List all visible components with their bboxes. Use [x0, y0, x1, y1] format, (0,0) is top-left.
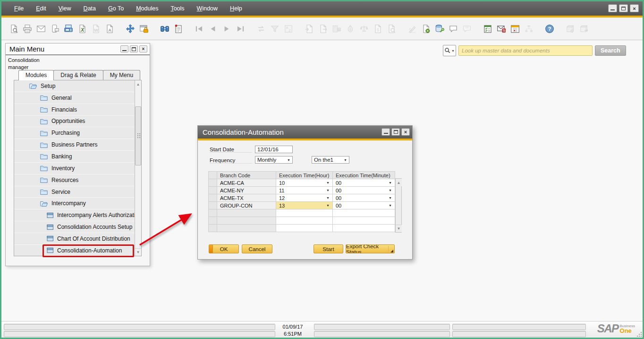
- branch-code-cell[interactable]: ACME-CA: [217, 179, 276, 187]
- execution-minute-cell[interactable]: [333, 217, 395, 225]
- resize-grip[interactable]: [637, 332, 642, 337]
- search-input[interactable]: [458, 45, 593, 56]
- system-tools-icon[interactable]: [434, 23, 445, 35]
- branch-code-cell[interactable]: ACME-TX: [217, 194, 276, 202]
- scroll-up-icon[interactable]: ▲: [135, 80, 141, 88]
- row-selector[interactable]: [209, 187, 217, 194]
- menu-tree-item-banking[interactable]: Banking: [14, 151, 141, 163]
- export-check-status-button[interactable]: Export Check Status: [346, 244, 395, 253]
- row-selector[interactable]: [209, 202, 217, 209]
- maximize-button[interactable]: [391, 128, 400, 136]
- execution-minute-cell[interactable]: 00▼: [333, 194, 395, 202]
- find-icon[interactable]: [159, 23, 170, 35]
- menu-go-to[interactable]: Go To: [102, 2, 130, 15]
- menu-tree-item-opportunities[interactable]: Opportunities: [14, 116, 141, 128]
- menu-tree-item-business-partners[interactable]: Business Partners: [14, 139, 141, 151]
- menu-tree-item-general[interactable]: General: [14, 92, 141, 104]
- execution-hour-cell[interactable]: [276, 225, 333, 232]
- frequency-dropdown[interactable]: Monthly ▼: [255, 156, 293, 164]
- execution-hour-cell[interactable]: 10▼: [276, 179, 333, 187]
- menu-tree-item-intercompany[interactable]: Intercompany: [14, 198, 141, 209]
- menu-tree-item-intercompany-alerts-authorization[interactable]: Intercompany Alerts Authorization: [14, 209, 141, 221]
- menu-tree-item-purchasing[interactable]: Purchasing: [14, 127, 141, 139]
- previous-record-icon[interactable]: [207, 23, 219, 35]
- menu-tree-item-service[interactable]: Service: [14, 186, 141, 198]
- row-selector[interactable]: [209, 209, 217, 217]
- branch-code-cell[interactable]: [217, 225, 276, 232]
- help-icon[interactable]: ?: [544, 23, 555, 35]
- main-menu-titlebar[interactable]: Main Menu ×: [6, 43, 150, 55]
- message-log-icon[interactable]: [173, 23, 184, 35]
- execution-hour-cell[interactable]: 13▼: [276, 202, 333, 209]
- menu-help[interactable]: Help: [224, 2, 248, 15]
- minimize-button[interactable]: [120, 45, 128, 52]
- ok-button[interactable]: OK: [209, 244, 239, 253]
- sms-icon[interactable]: [49, 23, 60, 35]
- form-settings-icon[interactable]: [420, 23, 432, 35]
- lock-screen-icon[interactable]: [138, 23, 150, 35]
- minimize-button[interactable]: [608, 4, 617, 12]
- print-icon[interactable]: [22, 23, 33, 35]
- menu-tree-item-setup[interactable]: Setup: [14, 80, 141, 92]
- row-selector[interactable]: [209, 194, 217, 202]
- execution-minute-cell[interactable]: 00▼: [333, 202, 395, 209]
- execution-minute-cell[interactable]: [333, 209, 395, 217]
- minimize-button[interactable]: [381, 128, 390, 136]
- close-button[interactable]: ×: [139, 45, 147, 52]
- day-dropdown[interactable]: On the1 ▼: [312, 156, 349, 164]
- menu-tree-item-resources[interactable]: Resources: [14, 174, 141, 186]
- menu-view[interactable]: View: [52, 2, 77, 15]
- execution-minute-cell[interactable]: 00▼: [333, 187, 395, 194]
- execution-minute-cell[interactable]: 00▼: [333, 179, 395, 187]
- branch-code-cell[interactable]: [217, 217, 276, 225]
- close-button[interactable]: ×: [401, 128, 410, 136]
- tab-modules[interactable]: Modules: [18, 70, 54, 80]
- menu-tree-item-financials[interactable]: Financials: [14, 104, 141, 116]
- row-selector[interactable]: [209, 179, 217, 187]
- execution-hour-cell[interactable]: 11▼: [276, 187, 333, 194]
- search-scope-button[interactable]: ▼: [443, 45, 456, 56]
- first-record-icon[interactable]: [194, 23, 205, 35]
- menu-modules[interactable]: Modules: [130, 2, 164, 15]
- start-date-field[interactable]: 12/01/16: [255, 146, 293, 153]
- menu-file[interactable]: File: [8, 2, 30, 15]
- execution-hour-cell[interactable]: [276, 217, 333, 225]
- menu-edit[interactable]: Edit: [30, 2, 52, 15]
- menu-tree-item-inventory[interactable]: Inventory: [14, 163, 141, 174]
- table-scrollbar[interactable]: ▲ ▼: [395, 178, 402, 233]
- execution-hour-cell[interactable]: 12▼: [276, 194, 333, 202]
- next-record-icon[interactable]: [221, 23, 232, 35]
- branch-code-cell[interactable]: GROUP-CON: [217, 202, 276, 209]
- dialog-titlebar[interactable]: Consolidation-Automation ×: [198, 126, 412, 139]
- branch-code-cell[interactable]: ACME-NY: [217, 187, 276, 194]
- scroll-up-icon[interactable]: ▲: [396, 179, 402, 186]
- scrollbar-thumb[interactable]: [135, 106, 141, 165]
- close-button[interactable]: ×: [630, 4, 639, 12]
- move-window-icon[interactable]: [125, 23, 136, 35]
- fax-icon[interactable]: [63, 23, 74, 35]
- row-selector[interactable]: [209, 217, 217, 225]
- export-pdf-icon[interactable]: A: [104, 23, 115, 35]
- export-excel-icon[interactable]: X: [76, 23, 88, 35]
- menu-window[interactable]: Window: [191, 2, 224, 15]
- mailbox-icon[interactable]: S: [496, 23, 507, 35]
- row-selector[interactable]: [209, 225, 217, 232]
- tab-drag-and-relate[interactable]: Drag & Relate: [53, 70, 103, 80]
- scroll-down-icon[interactable]: ▼: [396, 225, 402, 232]
- email-icon[interactable]: [35, 23, 47, 35]
- execution-minute-cell[interactable]: [333, 225, 395, 232]
- menu-tools[interactable]: Tools: [164, 2, 190, 15]
- chat-icon[interactable]: [448, 23, 459, 35]
- menu-tree-item-chart-of-account-distribution[interactable]: Chart Of Account Distribution: [14, 233, 141, 245]
- tab-my-menu[interactable]: My Menu: [103, 70, 140, 80]
- execution-hour-cell[interactable]: [276, 209, 333, 217]
- last-record-icon[interactable]: [235, 23, 246, 35]
- search-button[interactable]: Search: [595, 45, 626, 56]
- start-button[interactable]: Start: [314, 244, 343, 253]
- maximize-button[interactable]: [130, 45, 138, 52]
- menu-tree-item-consolidation-accounts-setup[interactable]: Consolidation Accounts Setup: [14, 221, 141, 233]
- cancel-button[interactable]: Cancel: [242, 244, 272, 253]
- restore-button[interactable]: [619, 4, 628, 12]
- branch-code-cell[interactable]: [217, 209, 276, 217]
- calendar-icon[interactable]: [509, 23, 521, 35]
